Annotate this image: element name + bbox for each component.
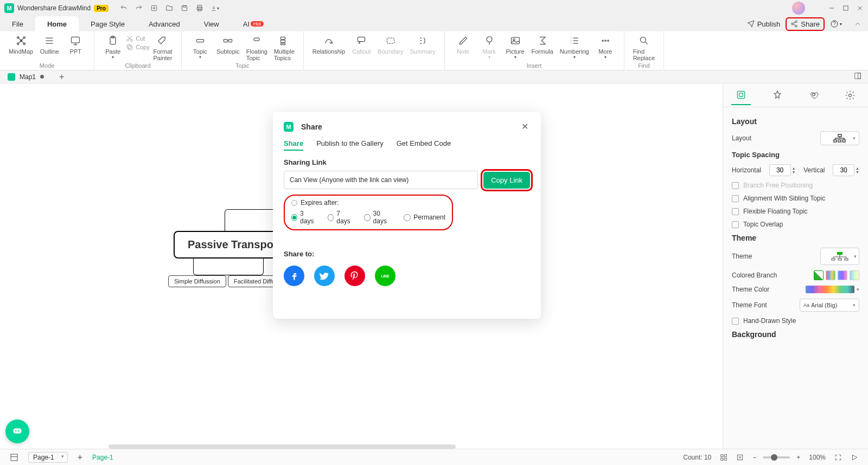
minimize-icon[interactable]: [828, 4, 835, 12]
boundary-button[interactable]: Boundary: [374, 34, 406, 56]
multiple-topics-button[interactable]: Multiple Topics: [271, 34, 298, 62]
sidebar-tab-layout[interactable]: [731, 86, 751, 105]
menu-file[interactable]: File: [0, 16, 35, 31]
subtopic-button[interactable]: Subtopic: [213, 34, 243, 56]
chat-fab-button[interactable]: [5, 419, 29, 443]
find-icon: [638, 35, 650, 47]
collapse-ribbon-icon[interactable]: [854, 20, 861, 28]
fullscreen-icon[interactable]: [830, 454, 846, 461]
zoom-slider[interactable]: [763, 456, 790, 458]
theme-color-chevron[interactable]: ▾: [857, 287, 859, 292]
note-button[interactable]: Note: [450, 34, 476, 56]
new-icon[interactable]: [150, 4, 158, 12]
permission-dropdown[interactable]: Can View (Anyone with the link can view): [284, 171, 478, 189]
save-icon[interactable]: [180, 4, 189, 12]
copy-button[interactable]: Copy: [126, 43, 150, 51]
layout-dropdown[interactable]: ▾: [820, 131, 859, 145]
more-button[interactable]: More▾: [592, 34, 618, 61]
copy-link-button[interactable]: Copy Link: [483, 172, 530, 189]
swatch-1[interactable]: [814, 270, 824, 280]
ppt-button[interactable]: PPT: [62, 34, 88, 56]
swatch-2[interactable]: [826, 270, 835, 280]
line-icon[interactable]: LINE: [375, 266, 395, 286]
expire-7days-radio[interactable]: 7 days: [328, 210, 352, 225]
numbering-button[interactable]: Numbering▾: [557, 34, 592, 61]
menu-advanced[interactable]: Advanced: [137, 16, 192, 31]
close-icon[interactable]: [856, 4, 864, 12]
page-selector[interactable]: Page-1▾: [28, 452, 68, 463]
outline-status-icon[interactable]: [5, 453, 23, 462]
outline-button[interactable]: Outline: [36, 34, 62, 56]
present-icon[interactable]: [846, 454, 863, 461]
flex-float-checkbox[interactable]: [732, 208, 739, 215]
menu-home[interactable]: Home: [35, 16, 79, 31]
facebook-icon[interactable]: [284, 266, 304, 286]
zoom-in-button[interactable]: +: [792, 454, 805, 461]
theme-font-dropdown[interactable]: AaArial (Big)▾: [800, 299, 859, 312]
menu-view[interactable]: View: [192, 16, 231, 31]
callout-button[interactable]: Callout: [348, 34, 374, 56]
open-icon[interactable]: [165, 4, 174, 12]
picture-button[interactable]: Picture▾: [502, 34, 528, 61]
menu-ai[interactable]: AIHot: [231, 16, 276, 31]
menu-page-style[interactable]: Page Style: [79, 16, 137, 31]
expire-permanent-radio[interactable]: Permanent: [404, 210, 445, 225]
format-painter-button[interactable]: Format Painter: [150, 34, 176, 62]
user-avatar[interactable]: [792, 2, 805, 15]
tab-layout-icon[interactable]: [854, 72, 866, 81]
mindmap-sub-node[interactable]: Simple Diffussion: [168, 275, 226, 287]
twitter-icon[interactable]: [314, 266, 335, 286]
find-replace-button[interactable]: Find Replace: [630, 34, 658, 62]
expire-30days-radio[interactable]: 30 days: [364, 210, 392, 225]
document-tab-map1[interactable]: Map1: [2, 70, 55, 83]
alignment-checkbox[interactable]: [732, 195, 739, 202]
formula-button[interactable]: Formula: [528, 34, 557, 56]
fit-icon[interactable]: [732, 454, 748, 461]
pinterest-icon[interactable]: [344, 266, 365, 286]
expire-3days-radio[interactable]: 3 days: [291, 210, 316, 225]
sidebar-tab-style[interactable]: [768, 86, 787, 105]
app-icon: M: [4, 3, 14, 13]
add-tab-button[interactable]: +: [55, 72, 68, 82]
mark-button[interactable]: Mark▾: [476, 34, 502, 61]
modal-tab-embed[interactable]: Get Embed Code: [397, 139, 451, 151]
page-tab-1[interactable]: Page-1: [87, 454, 119, 461]
summary-button[interactable]: Summary: [406, 34, 438, 56]
help-button[interactable]: ▾: [830, 20, 842, 28]
undo-icon[interactable]: [119, 4, 128, 12]
theme-color-strip[interactable]: [806, 286, 854, 293]
branch-free-checkbox[interactable]: [732, 182, 739, 189]
floating-topic-button[interactable]: Floating Topic: [243, 34, 271, 62]
zoom-value[interactable]: 100%: [805, 454, 830, 461]
horizontal-input[interactable]: [769, 164, 791, 176]
modal-tab-share[interactable]: Share: [284, 139, 303, 151]
vertical-input[interactable]: [833, 164, 854, 176]
mindmap-button[interactable]: MindMap: [5, 34, 36, 56]
print-icon[interactable]: [195, 4, 204, 12]
view-grid-icon[interactable]: [716, 454, 732, 461]
share-button[interactable]: Share: [786, 17, 825, 31]
swatch-4[interactable]: [850, 270, 859, 280]
zoom-out-button[interactable]: −: [748, 454, 761, 461]
theme-dropdown[interactable]: ▾: [820, 248, 859, 265]
boundary-icon: [385, 35, 397, 47]
modal-tab-publish[interactable]: Publish to the Gallery: [316, 139, 384, 151]
hand-drawn-checkbox[interactable]: [732, 318, 739, 325]
overlap-checkbox[interactable]: [732, 221, 739, 228]
add-page-button[interactable]: +: [73, 453, 87, 462]
sidebar-tab-icon[interactable]: [804, 86, 824, 105]
horizontal-scrollbar[interactable]: [108, 444, 456, 449]
export-icon[interactable]: ▾: [210, 4, 219, 12]
sidebar-tab-settings[interactable]: [840, 86, 860, 105]
paste-button[interactable]: Paste▾: [100, 34, 126, 61]
publish-button[interactable]: Publish: [747, 20, 781, 28]
swatch-3[interactable]: [838, 270, 847, 280]
spin-buttons[interactable]: ▲▼: [856, 166, 859, 174]
topic-button[interactable]: Topic▾: [187, 34, 213, 61]
cut-button[interactable]: Cut: [126, 35, 150, 42]
modal-close-icon[interactable]: ✕: [519, 121, 530, 132]
maximize-icon[interactable]: [842, 4, 850, 12]
spin-buttons[interactable]: ▲▼: [792, 166, 796, 174]
redo-icon[interactable]: [135, 4, 143, 12]
relationship-button[interactable]: Relationship: [309, 34, 349, 56]
